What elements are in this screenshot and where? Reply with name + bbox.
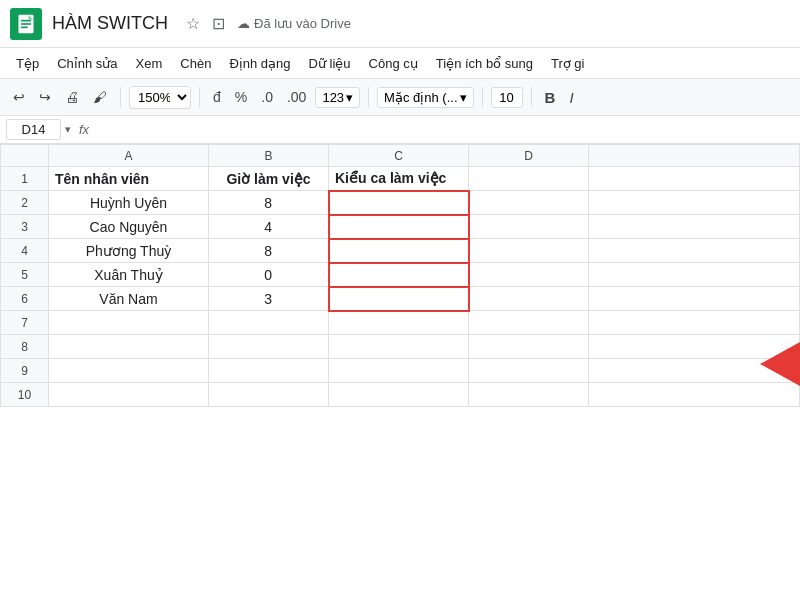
row-num-5[interactable]: 5 [1,263,49,287]
cell-b3[interactable]: 4 [209,215,329,239]
divider-1 [120,87,121,107]
menu-item-công-cụ[interactable]: Công cụ [361,53,426,74]
col-header-b[interactable]: B [209,145,329,167]
row-num-8[interactable]: 8 [1,335,49,359]
currency-button[interactable]: đ [208,86,226,108]
zoom-select[interactable]: 150% 100% 75% [129,86,191,109]
cell-d9[interactable] [469,359,589,383]
font-dropdown-arrow: ▾ [460,90,467,105]
cell-a9[interactable] [49,359,209,383]
menu-bar: TệpChỉnh sửaXemChènĐịnh dạngDữ liệuCông … [0,48,800,78]
cell-a2[interactable]: Huỳnh Uyên [49,191,209,215]
cell-b8[interactable] [209,335,329,359]
font-size-input[interactable] [491,87,523,108]
cell-a7[interactable] [49,311,209,335]
formula-input[interactable] [97,122,794,137]
cell-d3[interactable] [469,215,589,239]
folder-icon[interactable]: ⊡ [212,14,225,33]
cell-e5[interactable] [589,263,800,287]
cell-c4[interactable] [329,239,469,263]
cell-d8[interactable] [469,335,589,359]
svg-rect-2 [21,23,31,25]
row-num-9[interactable]: 9 [1,359,49,383]
row-num-7[interactable]: 7 [1,311,49,335]
col-header-e[interactable] [589,145,800,167]
cell-a10[interactable] [49,383,209,407]
cell-d5[interactable] [469,263,589,287]
paint-format-button[interactable]: 🖌 [88,86,112,108]
cell-b9[interactable] [209,359,329,383]
bold-button[interactable]: B [540,86,561,109]
menu-item-tệp[interactable]: Tệp [8,53,47,74]
cell-b1[interactable]: Giờ làm việc [209,167,329,191]
menu-item-tiện-ích-bổ-sung[interactable]: Tiện ích bổ sung [428,53,541,74]
table-row: 9 [1,359,800,383]
table-row: 6Văn Nam3 [1,287,800,311]
cell-e1[interactable] [589,167,800,191]
cell-e2[interactable] [589,191,800,215]
cell-a5[interactable]: Xuân Thuỷ [49,263,209,287]
cell-a1[interactable]: Tên nhân viên [49,167,209,191]
cell-c3[interactable] [329,215,469,239]
document-title[interactable]: HÀM SWITCH [52,13,168,34]
cell-b2[interactable]: 8 [209,191,329,215]
cell-a8[interactable] [49,335,209,359]
cell-d4[interactable] [469,239,589,263]
italic-button[interactable]: I [564,86,578,109]
cell-b7[interactable] [209,311,329,335]
spreadsheet-container: A B C D 1Tên nhân viênGiờ làm việcKiểu c… [0,144,800,600]
cell-b5[interactable]: 0 [209,263,329,287]
menu-item-dữ-liệu[interactable]: Dữ liệu [301,53,359,74]
cell-d10[interactable] [469,383,589,407]
menu-item-định-dạng[interactable]: Định dạng [221,53,298,74]
format-dropdown[interactable]: 123 ▾ [315,87,360,108]
cell-c6[interactable] [329,287,469,311]
row-num-6[interactable]: 6 [1,287,49,311]
menu-item-xem[interactable]: Xem [128,53,171,74]
cell-e7[interactable] [589,311,800,335]
cell-b10[interactable] [209,383,329,407]
cell-a4[interactable]: Phương Thuỳ [49,239,209,263]
print-button[interactable]: 🖨 [60,86,84,108]
undo-button[interactable]: ↩ [8,86,30,108]
cell-d7[interactable] [469,311,589,335]
row-num-2[interactable]: 2 [1,191,49,215]
redo-button[interactable]: ↪ [34,86,56,108]
cell-e4[interactable] [589,239,800,263]
col-header-c[interactable]: C [329,145,469,167]
row-num-3[interactable]: 3 [1,215,49,239]
table-row: 10 [1,383,800,407]
menu-item-chỉnh-sửa[interactable]: Chỉnh sửa [49,53,125,74]
cell-b4[interactable]: 8 [209,239,329,263]
arrow-shape [760,342,800,386]
decimal2-button[interactable]: .00 [282,86,311,108]
cell-b6[interactable]: 3 [209,287,329,311]
cell-d6[interactable] [469,287,589,311]
col-header-a[interactable]: A [49,145,209,167]
cell-d1[interactable] [469,167,589,191]
font-dropdown[interactable]: Mặc định (... ▾ [377,87,473,108]
cell-c2[interactable] [329,191,469,215]
cell-c5[interactable] [329,263,469,287]
cell-c9[interactable] [329,359,469,383]
cell-c10[interactable] [329,383,469,407]
cell-c1[interactable]: Kiểu ca làm việc [329,167,469,191]
cell-reference-input[interactable] [6,119,61,140]
cell-a6[interactable]: Văn Nam [49,287,209,311]
percent-button[interactable]: % [230,86,252,108]
row-num-1[interactable]: 1 [1,167,49,191]
menu-item-trợ-gi[interactable]: Trợ gi [543,53,593,74]
cell-e6[interactable] [589,287,800,311]
cell-d2[interactable] [469,191,589,215]
decimal0-button[interactable]: .0 [256,86,278,108]
row-num-4[interactable]: 4 [1,239,49,263]
star-icon[interactable]: ☆ [186,14,200,33]
cell-e3[interactable] [589,215,800,239]
cell-c7[interactable] [329,311,469,335]
cell-c8[interactable] [329,335,469,359]
row-num-10[interactable]: 10 [1,383,49,407]
table-row: 2Huỳnh Uyên8 [1,191,800,215]
col-header-d[interactable]: D [469,145,589,167]
cell-a3[interactable]: Cao Nguyên [49,215,209,239]
menu-item-chèn[interactable]: Chèn [172,53,219,74]
